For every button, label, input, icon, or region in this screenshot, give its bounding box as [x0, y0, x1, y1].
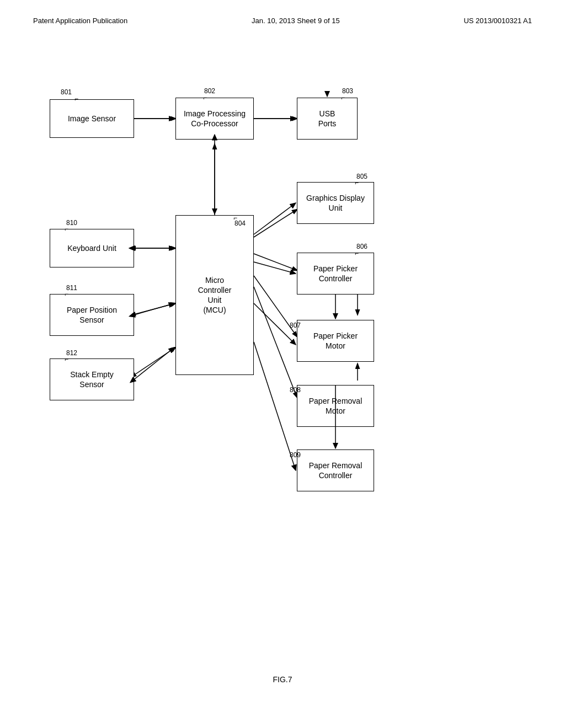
box-paper-removal-controller: Paper RemovalController — [297, 449, 374, 491]
label-807: 807 — [290, 322, 301, 329]
svg-line-3 — [254, 210, 297, 237]
svg-line-11 — [134, 347, 175, 375]
box-paper-picker-motor: Paper PickerMotor — [297, 320, 374, 362]
box-graphics-display: Graphics DisplayUnit — [297, 182, 374, 224]
page: Patent Application Publication Jan. 10, … — [0, 0, 565, 728]
box-image-processing: Image ProcessingCo-Processor — [175, 98, 254, 140]
box-stack-empty-sensor: Stack EmptySensor — [50, 358, 134, 400]
box-keyboard-unit: Keyboard Unit — [50, 229, 134, 267]
diagram-area: Image Sensor 801 ⌐ Image ProcessingCo-Pr… — [33, 66, 530, 590]
fig-label: FIG.7 — [273, 675, 292, 684]
svg-line-10 — [134, 303, 175, 314]
box-paper-position-sensor: Paper PositionSensor — [50, 294, 134, 336]
box-usb-ports: USBPorts — [297, 98, 358, 140]
label-809: 809 — [290, 451, 301, 459]
box-paper-picker-controller: Paper PickerController — [297, 253, 374, 295]
header-right: US 2013/0010321 A1 — [463, 17, 532, 25]
header-left: Patent Application Publication — [33, 17, 127, 25]
label-808: 808 — [290, 386, 301, 394]
svg-line-4 — [254, 254, 297, 270]
header-center: Jan. 10, 2013 Sheet 9 of 15 — [252, 17, 340, 25]
svg-line-8 — [254, 287, 297, 397]
box-mcu: MicroControllerUnit(MCU) — [175, 215, 254, 375]
box-paper-removal-motor: Paper RemovalMotor — [297, 385, 374, 427]
page-header: Patent Application Publication Jan. 10, … — [33, 17, 532, 25]
label-801: 801 — [61, 88, 72, 96]
box-image-sensor: Image Sensor — [50, 99, 134, 138]
